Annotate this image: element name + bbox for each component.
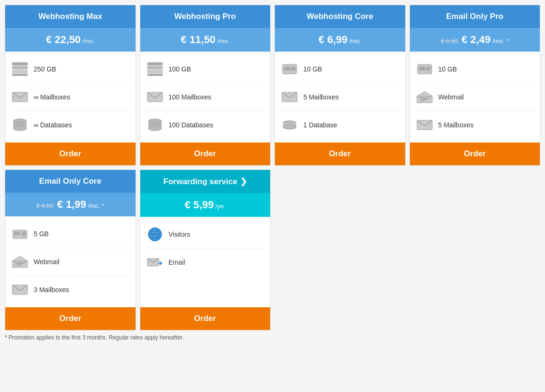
feature-row: 100 GB xyxy=(146,55,265,83)
svg-rect-0 xyxy=(12,62,27,65)
svg-point-25 xyxy=(148,126,162,131)
feature-row: 10 GB xyxy=(281,55,400,83)
card-price: € 5,50 € 2,49 /mo. * xyxy=(410,28,540,52)
feature-text: 10 GB xyxy=(438,65,457,73)
svg-point-12 xyxy=(13,126,27,131)
feature-row: Webmail xyxy=(416,83,535,111)
card-header: Webhosting Core xyxy=(275,5,405,28)
card-title: Webhosting Core xyxy=(307,12,373,21)
card-features: Visitors Email xyxy=(140,217,271,307)
feature-text: 5 Mailboxes xyxy=(438,121,474,129)
order-button[interactable]: Order xyxy=(410,143,540,165)
envelope-forward-icon xyxy=(146,253,164,271)
svg-point-29 xyxy=(293,68,294,70)
card-title: Webhosting Max xyxy=(38,12,102,21)
price-main: € 5,99 xyxy=(185,199,214,211)
feature-row: 5 Mailboxes xyxy=(416,111,535,139)
feature-row: 3 Mailboxes xyxy=(11,276,130,303)
mail-open-icon xyxy=(416,88,434,106)
card-header: Webhosting Pro xyxy=(140,5,271,28)
card-header: Forwarding service❯ xyxy=(140,170,271,193)
hdd-icon xyxy=(281,60,299,78)
feature-row: Visitors xyxy=(146,221,265,249)
feature-row: 10 GB xyxy=(416,55,535,83)
price-unit: /mo. xyxy=(88,202,100,209)
svg-rect-15 xyxy=(147,70,163,73)
price-unit: /mo. xyxy=(218,37,229,45)
card-title: Webhosting Pro xyxy=(174,12,236,21)
mail-open-icon xyxy=(11,253,29,271)
card-price: € 11,50 /mo. xyxy=(140,28,271,52)
db-icon xyxy=(146,116,164,134)
hdd-small-icon xyxy=(11,225,29,243)
svg-rect-54 xyxy=(12,289,27,290)
feature-row: Webmail xyxy=(11,248,130,276)
card-features: 10 GB Webmail 5 Mailboxes xyxy=(410,52,540,143)
svg-rect-1 xyxy=(12,66,27,69)
feature-text: 5 Mailboxes xyxy=(303,93,339,101)
price-old: € 5,50 xyxy=(441,37,458,45)
svg-rect-14 xyxy=(147,66,163,69)
feature-row: 250 GB xyxy=(11,55,130,83)
feature-text: 5 GB xyxy=(34,230,49,238)
globe-icon xyxy=(146,225,164,243)
svg-rect-46 xyxy=(14,232,20,235)
svg-point-38 xyxy=(427,68,429,70)
bottom-grid: Email Only Core € 4,50 € 1,99 /mo. * 5 G… xyxy=(5,169,540,330)
card-title: Forwarding service xyxy=(164,177,237,186)
feature-row: ∞ Mailboxes xyxy=(11,83,130,111)
disk-icon xyxy=(146,60,164,78)
svg-rect-16 xyxy=(147,74,163,76)
svg-rect-31 xyxy=(282,96,297,98)
order-button[interactable]: Order xyxy=(140,143,271,165)
price-main: € 1,99 xyxy=(57,198,86,210)
svg-rect-36 xyxy=(419,67,426,71)
svg-rect-13 xyxy=(147,62,163,65)
price-unit: /ye. xyxy=(216,203,226,210)
svg-rect-44 xyxy=(417,124,432,125)
feature-text: ∞ Databases xyxy=(34,121,72,129)
svg-point-34 xyxy=(283,125,296,129)
disk-icon xyxy=(11,60,29,78)
mail-icon xyxy=(11,281,29,299)
db-single-icon xyxy=(281,116,299,134)
order-button[interactable]: Order xyxy=(275,143,405,165)
order-button[interactable]: Order xyxy=(5,307,136,330)
feature-text: 10 GB xyxy=(303,65,322,73)
price-unit: /mo. xyxy=(492,37,504,45)
card-features: 250 GB ∞ Mailboxes ∞ Databases xyxy=(5,52,136,143)
svg-rect-27 xyxy=(284,67,291,71)
mail-icon xyxy=(416,116,434,134)
feature-row: ∞ Databases xyxy=(11,111,130,139)
card-features: 5 GB Webmail 3 Mailboxes xyxy=(5,216,136,307)
empty-slot xyxy=(409,169,541,330)
svg-point-48 xyxy=(23,233,25,235)
order-button[interactable]: Order xyxy=(5,143,136,165)
feature-text: 100 GB xyxy=(169,65,191,73)
feature-row: 1 Database xyxy=(281,111,400,139)
price-unit: /mo. xyxy=(349,37,361,45)
card-title: Email Only Core xyxy=(39,177,101,186)
order-button[interactable]: Order xyxy=(140,307,271,330)
card-webhosting-pro: Webhosting Pro € 11,50 /mo. 100 GB 100 M… xyxy=(140,5,271,166)
feature-text: Webmail xyxy=(34,258,59,266)
mail-icon xyxy=(281,88,299,106)
feature-text: 100 Mailboxes xyxy=(169,93,211,101)
feature-row: 100 Databases xyxy=(146,111,265,139)
price-main: € 6,99 xyxy=(318,34,347,45)
feature-text: Email xyxy=(169,258,185,266)
feature-row: 5 Mailboxes xyxy=(281,83,400,111)
svg-rect-3 xyxy=(12,74,27,76)
price-main: € 2,49 xyxy=(462,34,490,45)
card-email-only-pro: Email Only Pro € 5,50 € 2,49 /mo. * 10 G… xyxy=(409,5,541,166)
card-features: 10 GB 5 Mailboxes 1 Database xyxy=(275,52,405,143)
card-price: € 6,99 /mo. xyxy=(275,28,405,52)
card-price: € 4,50 € 1,99 /mo. * xyxy=(5,193,136,216)
mail-icon xyxy=(11,88,29,106)
feature-row: Email xyxy=(146,249,265,276)
price-note: * xyxy=(506,37,509,45)
feature-row: 5 GB xyxy=(11,220,130,248)
price-main: € 22,50 xyxy=(46,34,81,45)
card-email-only-core: Email Only Core € 4,50 € 1,99 /mo. * 5 G… xyxy=(5,169,136,330)
top-grid: Webhosting Max € 22,50 /mo. 250 GB ∞ Mai… xyxy=(5,5,540,166)
